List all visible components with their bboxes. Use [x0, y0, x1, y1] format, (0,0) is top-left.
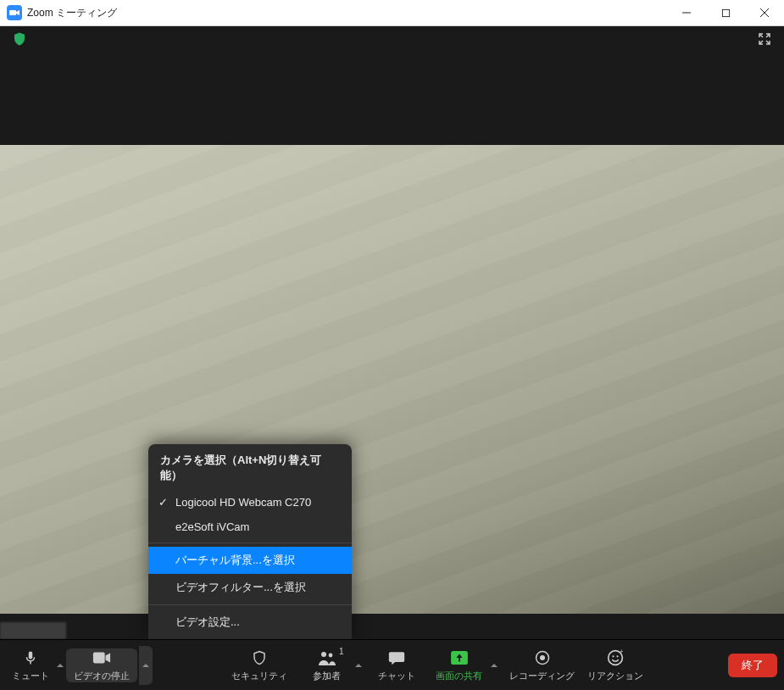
svg-text:+: + — [620, 649, 624, 655]
participants-button[interactable]: 1 参加者 — [302, 648, 353, 682]
stop-video-label: ビデオの停止 — [74, 670, 130, 682]
mute-caret[interactable] — [56, 661, 64, 670]
chat-button[interactable]: チャット — [375, 648, 419, 682]
participant-name-badge — [0, 622, 66, 639]
video-filter-label: ビデオフィルター...を選択 — [175, 581, 306, 593]
check-icon: ✓ — [158, 496, 168, 509]
camera-option-1[interactable]: ✓ Logicool HD Webcam C270 — [148, 490, 352, 515]
end-meeting-label: 終了 — [742, 659, 764, 671]
participants-label: 参加者 — [313, 670, 341, 682]
maximize-button[interactable] — [706, 0, 745, 25]
camera-option-2-label: e2eSoft iVCam — [175, 520, 249, 533]
svg-point-14 — [540, 655, 545, 660]
security-shield-icon — [252, 648, 267, 667]
mute-label: ミュート — [12, 670, 49, 682]
svg-rect-9 — [93, 652, 105, 663]
share-screen-label: 画面の共有 — [436, 670, 482, 682]
share-caret[interactable] — [490, 661, 498, 670]
video-caret[interactable] — [139, 646, 153, 685]
fullscreen-button[interactable] — [757, 31, 772, 47]
popup-header: カメラを選択（Alt+N切り替え可能） — [148, 444, 352, 490]
close-button[interactable] — [745, 0, 784, 25]
camera-option-1-label: Logicool HD Webcam C270 — [175, 496, 311, 509]
virtual-background-label: バーチャル背景...を選択 — [175, 554, 295, 566]
window-controls — [667, 0, 784, 25]
video-area — [0, 52, 784, 639]
svg-point-16 — [612, 655, 614, 657]
svg-point-10 — [321, 652, 326, 657]
share-screen-button[interactable]: 画面の共有 — [431, 648, 488, 682]
zoom-app-icon — [7, 5, 22, 20]
camera-feed — [0, 145, 784, 614]
participants-caret[interactable] — [354, 661, 363, 670]
reactions-icon: + — [607, 648, 624, 667]
svg-point-17 — [616, 655, 618, 657]
encryption-shield-icon[interactable] — [12, 31, 27, 47]
camera-option-2[interactable]: e2eSoft iVCam — [148, 515, 352, 539]
record-icon — [535, 648, 550, 667]
microphone-icon — [23, 648, 38, 667]
security-button[interactable]: セキュリティ — [229, 648, 290, 682]
record-label: レコーディング — [509, 670, 575, 682]
svg-rect-0 — [9, 10, 16, 15]
mute-button[interactable]: ミュート — [7, 648, 54, 682]
meeting-toolbar: ミュート ビデオの停止 — [0, 639, 784, 690]
end-meeting-button[interactable]: 終了 — [728, 654, 777, 677]
camera-icon — [92, 648, 111, 667]
video-options-menu: カメラを選択（Alt+N切り替え可能） ✓ Logicool HD Webcam… — [148, 444, 352, 639]
reactions-label: リアクション — [587, 670, 643, 682]
video-settings-label: ビデオ設定... — [175, 615, 240, 628]
stop-video-button[interactable]: ビデオの停止 — [66, 648, 137, 682]
share-screen-icon — [450, 648, 469, 667]
virtual-background-option[interactable]: バーチャル背景...を選択 — [148, 547, 352, 574]
video-filter-option[interactable]: ビデオフィルター...を選択 — [148, 574, 352, 601]
window-titlebar: Zoom ミーティング — [0, 0, 784, 26]
participants-icon: 1 — [317, 648, 337, 667]
chat-label: チャット — [378, 670, 415, 682]
video-settings-option[interactable]: ビデオ設定... — [148, 609, 352, 636]
security-label: セキュリティ — [231, 670, 287, 682]
record-button[interactable]: レコーディング — [510, 648, 575, 682]
window-title: Zoom ミーティング — [27, 6, 117, 20]
svg-point-11 — [328, 653, 332, 657]
participants-count: 1 — [339, 647, 344, 656]
svg-rect-2 — [722, 9, 729, 16]
reactions-button[interactable]: + リアクション — [587, 648, 644, 682]
chat-icon — [388, 648, 405, 667]
minimize-button[interactable] — [667, 0, 706, 25]
